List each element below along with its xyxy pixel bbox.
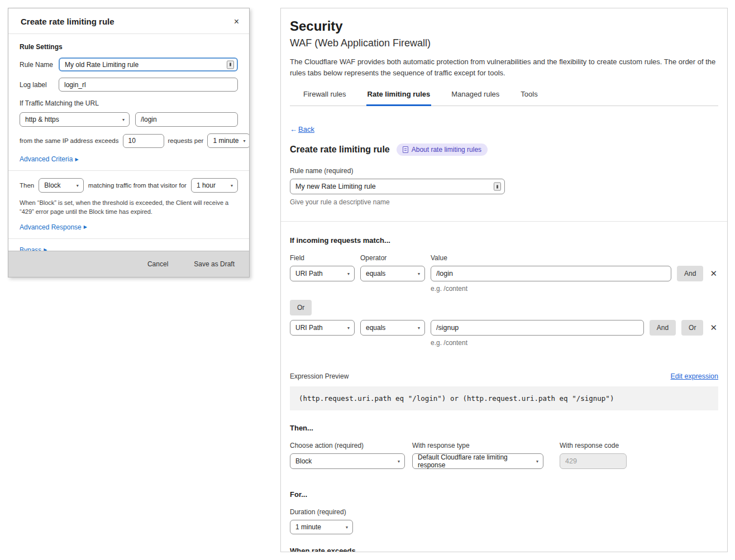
rule-name-row: Rule Name — [20, 58, 238, 71]
expression-preview-code: (http.request.uri.path eq "/login") or (… — [290, 386, 718, 410]
expression-preview-label: Expression Preview — [290, 372, 349, 380]
block-duration-value: 1 hour — [197, 181, 216, 189]
rule-settings-heading: Rule Settings — [20, 43, 238, 51]
threshold-prefix-label: from the same IP address exceeds — [20, 137, 119, 144]
page-description: The Cloudflare WAF provides both automat… — [290, 56, 718, 78]
duration-select[interactable]: 1 minute ▾ — [290, 520, 353, 534]
then-label: Then — [20, 182, 34, 189]
then-heading: Then... — [290, 424, 718, 432]
scheme-select-value: http & https — [25, 116, 59, 123]
url-input-wrap — [135, 112, 238, 127]
log-label-input-wrap — [59, 78, 238, 92]
period-select-value: 1 minute — [213, 137, 238, 145]
url-match-row: http & https ▾ — [20, 112, 238, 127]
operator-select[interactable]: equals ▾ — [360, 266, 425, 281]
condition-row: URI Path ▾ equals ▾ And Or ✕ — [290, 320, 718, 336]
choose-action-label: Choose action (required) — [290, 442, 405, 449]
operator-select-value: equals — [366, 324, 385, 332]
duration-value: 1 minute — [295, 523, 321, 531]
value-helper: e.g. /content — [431, 339, 718, 347]
cancel-button[interactable]: Cancel — [147, 260, 168, 268]
tab-rate-limiting-rules[interactable]: Rate limiting rules — [366, 85, 432, 106]
tab-tools[interactable]: Tools — [519, 85, 538, 106]
remove-condition-icon[interactable]: ✕ — [709, 269, 718, 279]
or-button[interactable]: Or — [290, 300, 312, 315]
operator-select[interactable]: equals ▾ — [360, 320, 425, 336]
threshold-input[interactable] — [123, 134, 164, 148]
document-icon — [403, 146, 408, 153]
chevron-down-icon: ▾ — [77, 183, 79, 188]
response-code-label: With response code — [560, 442, 627, 449]
autofill-icon[interactable] — [227, 60, 234, 69]
create-rule-heading: Create rate limiting rule — [290, 145, 390, 155]
security-waf-panel: Security WAF (Web Application Firewall) … — [280, 8, 728, 552]
chevron-down-icon: ▾ — [347, 326, 350, 331]
remove-condition-icon[interactable]: ✕ — [709, 323, 718, 333]
chevron-down-icon: ▾ — [231, 183, 233, 188]
bypass-link[interactable]: Bypass ▶ — [20, 246, 47, 251]
chevron-down-icon: ▾ — [346, 525, 348, 530]
response-type-select[interactable]: Default Cloudflare rate limiting respons… — [412, 453, 543, 469]
chevron-down-icon: ▾ — [122, 117, 125, 122]
field-select-value: URI Path — [295, 324, 323, 332]
advanced-criteria-link[interactable]: Advanced Criteria ▶ — [20, 155, 79, 163]
tab-firewall-rules[interactable]: Firewall rules — [302, 85, 347, 106]
modal-footer: Cancel Save as Draft — [8, 251, 249, 277]
and-button[interactable]: And — [650, 320, 676, 336]
or-button[interactable]: Or — [681, 320, 703, 336]
then-middle-label: matching traffic from that visitor for — [88, 182, 187, 189]
about-rate-limiting-badge[interactable]: About rate limiting rules — [397, 143, 488, 156]
rule-name-input-wrap — [59, 58, 238, 71]
value-column-label: Value — [431, 254, 447, 262]
chevron-down-icon: ▾ — [536, 459, 538, 464]
operator-select-value: equals — [366, 270, 385, 277]
triangle-right-icon: ▶ — [75, 157, 78, 162]
autofill-icon[interactable] — [494, 183, 501, 191]
field-select[interactable]: URI Path ▾ — [290, 320, 355, 336]
rule-name-label: Rule Name — [20, 61, 59, 69]
operator-column-label: Operator — [360, 254, 425, 262]
log-label-input[interactable] — [59, 78, 238, 92]
edit-expression-link[interactable]: Edit expression — [671, 372, 718, 380]
then-row: Then Block ▾ matching traffic from that … — [20, 178, 238, 193]
period-select[interactable]: 1 minute ▾ — [207, 133, 249, 148]
close-icon[interactable]: × — [234, 17, 239, 26]
response-type-label: With response type — [412, 442, 543, 449]
response-code-input — [560, 453, 627, 469]
choose-action-select[interactable]: Block ▾ — [290, 453, 405, 469]
rule-name-input[interactable] — [290, 179, 505, 194]
response-type-group: With response type Default Cloudflare ra… — [412, 442, 543, 469]
action-select[interactable]: Block ▾ — [39, 178, 84, 193]
back-link[interactable]: ← Back — [290, 125, 314, 133]
rule-name-input-wrap — [290, 179, 505, 194]
divider — [8, 170, 249, 171]
chevron-down-icon: ▾ — [418, 271, 420, 276]
then-controls-row: Choose action (required) Block ▾ With re… — [290, 442, 718, 469]
value-input[interactable] — [431, 266, 671, 281]
value-input[interactable] — [431, 320, 644, 336]
response-code-group: With response code — [560, 442, 627, 469]
chevron-down-icon: ▾ — [243, 138, 245, 143]
back-label: Back — [298, 125, 314, 133]
about-badge-label: About rate limiting rules — [412, 146, 481, 154]
chevron-down-icon: ▾ — [398, 459, 400, 464]
incoming-requests-heading: If incoming requests match... — [290, 236, 718, 245]
log-label-row: Log label — [20, 78, 238, 92]
modal-body: Rule Settings Rule Name Log label If Tra… — [8, 34, 249, 251]
condition-column-headers: Field Operator Value — [290, 254, 718, 262]
response-type-value: Default Cloudflare rate limiting respons… — [418, 453, 532, 469]
advanced-response-link[interactable]: Advanced Response ▶ — [20, 223, 87, 231]
choose-action-group: Choose action (required) Block ▾ — [290, 442, 405, 469]
field-select[interactable]: URI Path ▾ — [290, 266, 355, 281]
url-input[interactable] — [135, 112, 238, 127]
tab-managed-rules[interactable]: Managed rules — [450, 85, 500, 106]
save-as-draft-button[interactable]: Save as Draft — [194, 260, 235, 268]
scheme-select[interactable]: http & https ▾ — [20, 112, 130, 127]
divider — [8, 238, 249, 239]
and-button[interactable]: And — [677, 266, 703, 281]
bypass-label: Bypass — [20, 246, 41, 251]
advanced-criteria-label: Advanced Criteria — [20, 155, 73, 163]
block-duration-select[interactable]: 1 hour ▾ — [191, 178, 238, 193]
rule-name-input[interactable] — [59, 58, 238, 71]
log-label-label: Log label — [20, 81, 59, 89]
